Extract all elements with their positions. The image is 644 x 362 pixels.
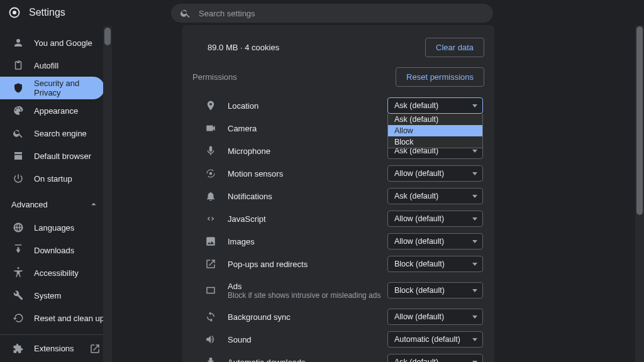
dropdown-option-ask[interactable]: Ask (default) [388, 114, 482, 125]
permission-label: Automatic downloads [228, 358, 306, 363]
permission-label: JavaScript [228, 214, 266, 224]
select-value: Allow (default) [394, 214, 444, 223]
permission-select-popups[interactable]: Block (default) [387, 256, 483, 272]
download-icon [205, 356, 216, 362]
select-value: Allow (default) [394, 312, 444, 321]
ads-icon [205, 285, 216, 296]
site-settings-panel: 89.0 MB · 4 cookies Clear data Permissio… [182, 25, 494, 362]
svg-point-1 [13, 11, 16, 14]
permission-label: Camera [228, 124, 257, 133]
dropdown-arrow-icon [472, 217, 477, 221]
sidebar-item-label: System [34, 291, 61, 300]
sidebar-item-on-startup[interactable]: On startup [0, 167, 112, 190]
permission-dropdown-options: Ask (default) Allow Block [387, 114, 483, 148]
permission-select-notifications[interactable]: Ask (default) [387, 188, 483, 204]
permission-select-location[interactable]: Ask (default) [387, 97, 483, 114]
power-icon [13, 173, 24, 184]
chevron-up-icon [88, 199, 99, 210]
sidebar-item-extensions[interactable]: Extensions [0, 334, 112, 362]
globe-icon [13, 222, 24, 233]
sidebar-item-system[interactable]: System [0, 284, 112, 307]
dropdown-option-block[interactable]: Block [388, 136, 482, 148]
dropdown-arrow-icon [472, 172, 477, 175]
accessibility-icon [13, 267, 24, 278]
person-icon [13, 37, 24, 48]
motion-icon [205, 168, 216, 179]
select-value: Ask (default) [394, 358, 438, 362]
select-value: Block (default) [394, 260, 445, 268]
permission-select-automatic-downloads[interactable]: Ask (default) [387, 354, 483, 362]
select-value: Allow (default) [394, 169, 444, 178]
sidebar-item-you-and-google[interactable]: You and Google [0, 31, 112, 54]
sidebar-item-label: Accessibility [34, 268, 79, 278]
permission-row-background-sync: Background sync Allow (default) [190, 305, 487, 328]
dropdown-arrow-icon [472, 150, 477, 153]
camera-icon [205, 123, 216, 134]
dropdown-arrow-icon [472, 263, 477, 266]
permission-label: Background sync [228, 312, 291, 322]
restore-icon [13, 312, 24, 324]
clipboard-icon [13, 60, 24, 71]
sidebar-item-languages[interactable]: Languages [0, 216, 112, 239]
shield-icon [13, 82, 24, 94]
permission-label: Sound [228, 335, 252, 344]
dropdown-arrow-icon [472, 104, 477, 107]
palette-icon [13, 105, 24, 116]
search-icon [13, 128, 24, 139]
permission-row-notifications: Notifications Ask (default) [190, 185, 487, 207]
sidebar-item-label: Autofill [34, 61, 58, 70]
sidebar-advanced-label: Advanced [11, 200, 48, 209]
sidebar-item-label: Appearance [34, 106, 78, 116]
search-input[interactable] [199, 9, 484, 18]
permission-row-location: Location Ask (default) Ask (default) All… [190, 94, 487, 117]
sidebar-item-appearance[interactable]: Appearance [0, 99, 112, 122]
permission-label: Images [228, 237, 255, 246]
clear-data-button[interactable]: Clear data [425, 38, 484, 57]
permission-row-sound: Sound Automatic (default) [190, 328, 487, 351]
reset-permissions-button[interactable]: Reset permissions [396, 67, 484, 87]
permission-select-sound[interactable]: Automatic (default) [387, 331, 483, 348]
wrench-icon [13, 290, 24, 301]
sidebar-item-accessibility[interactable]: Accessibility [0, 261, 112, 284]
sound-icon [205, 334, 216, 345]
permission-select-background-sync[interactable]: Allow (default) [387, 309, 483, 325]
sidebar-item-label: You and Google [34, 38, 92, 48]
microphone-icon [205, 145, 216, 156]
select-value: Ask (default) [394, 192, 438, 200]
window-icon [13, 150, 24, 162]
sidebar: You and Google Autofill Security and Pri… [0, 0, 112, 362]
permissions-section-label: Permissions [192, 72, 237, 82]
search-settings-field[interactable] [171, 4, 493, 23]
main-scrollbar[interactable] [635, 25, 644, 362]
sidebar-item-search-engine[interactable]: Search engine [0, 122, 112, 145]
select-value: Automatic (default) [394, 335, 460, 344]
dropdown-arrow-icon [472, 240, 477, 243]
dropdown-arrow-icon [472, 195, 477, 198]
site-usage-text: 89.0 MB · 4 cookies [208, 43, 279, 52]
extension-icon [13, 343, 24, 354]
sidebar-item-label: Search engine [34, 129, 87, 138]
main-content: 89.0 MB · 4 cookies Clear data Permissio… [112, 0, 644, 362]
open-in-new-icon [89, 343, 101, 354]
permission-label: Notifications [228, 192, 272, 201]
permission-select-ads[interactable]: Block (default) [387, 282, 483, 299]
dropdown-option-allow[interactable]: Allow [388, 125, 482, 136]
permission-select-javascript[interactable]: Allow (default) [387, 211, 483, 227]
select-value: Allow (default) [394, 237, 444, 246]
permission-row-motion-sensors: Motion sensors Allow (default) [190, 162, 487, 185]
sidebar-item-default-browser[interactable]: Default browser [0, 145, 112, 167]
permission-label: Pop-ups and redirects [228, 260, 308, 269]
sidebar-item-reset[interactable]: Reset and clean up [0, 307, 112, 329]
sidebar-item-security-privacy[interactable]: Security and Privacy [0, 77, 104, 99]
sidebar-item-label: Extensions [34, 344, 74, 353]
sidebar-item-autofill[interactable]: Autofill [0, 54, 112, 77]
sidebar-advanced-toggle[interactable]: Advanced [0, 190, 112, 216]
select-value: Ask (default) [394, 101, 438, 110]
permission-label: Motion sensors [228, 169, 283, 178]
sidebar-item-label: Languages [34, 223, 74, 233]
permission-label: Microphone [228, 146, 270, 156]
permission-select-images[interactable]: Allow (default) [387, 233, 483, 250]
sidebar-scrollbar[interactable] [103, 26, 112, 362]
permission-select-motion-sensors[interactable]: Allow (default) [387, 165, 483, 182]
sidebar-item-downloads[interactable]: Downloads [0, 239, 112, 261]
